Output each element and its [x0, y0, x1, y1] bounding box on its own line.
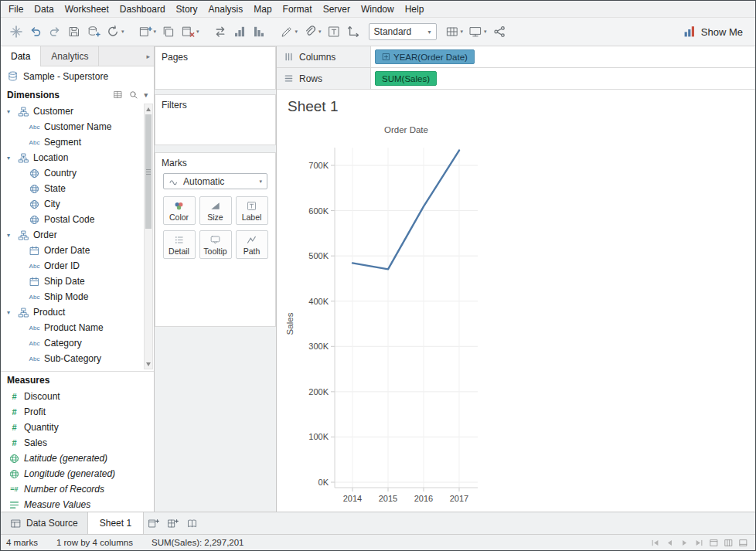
share-workbook-button[interactable]: [490, 21, 509, 43]
show-tabs-button[interactable]: [707, 536, 720, 549]
first-sheet-button[interactable]: [648, 536, 662, 549]
add-datasource-button[interactable]: [84, 21, 103, 43]
duplicate-sheet-button[interactable]: [159, 21, 178, 43]
cell-size-button[interactable]: ▾: [443, 21, 466, 43]
marks-tooltip-button[interactable]: Tooltip: [199, 230, 232, 259]
chart-canvas[interactable]: Order DateSales0K100K200K300K400K500K600…: [277, 90, 756, 513]
show-me-button[interactable]: Show Me: [676, 22, 749, 42]
tableau-logo-button[interactable]: [7, 21, 26, 43]
scroll-up-button[interactable]: [145, 104, 152, 114]
expand-caret-icon[interactable]: ▾: [7, 309, 16, 316]
menu-story[interactable]: Story: [171, 2, 203, 16]
menu-analysis[interactable]: Analysis: [203, 2, 249, 16]
measure-sales[interactable]: #Sales: [1, 435, 154, 451]
dimension-order[interactable]: ▾Order: [1, 227, 154, 243]
dimension-city[interactable]: City: [1, 196, 154, 212]
menu-file[interactable]: File: [3, 2, 29, 16]
search-icon[interactable]: [128, 90, 138, 100]
marks-size-button[interactable]: Size: [199, 196, 232, 225]
marks-path-button[interactable]: Path: [236, 230, 268, 259]
pane-expand-icon[interactable]: ▸: [146, 53, 150, 60]
dimension-category[interactable]: AbcCategory: [1, 335, 154, 351]
measure-quantity[interactable]: #Quantity: [1, 420, 154, 435]
dimension-ship-date[interactable]: Ship Date: [1, 274, 154, 289]
expand-caret-icon[interactable]: ▾: [7, 155, 16, 162]
pill-year-order-date[interactable]: YEAR(Order Date): [375, 49, 475, 64]
dimension-segment[interactable]: AbcSegment: [1, 134, 154, 150]
measure-number-of-records[interactable]: =#Number of Records: [1, 481, 154, 497]
fix-axes-button[interactable]: [344, 21, 363, 43]
dimension-customer[interactable]: ▾Customer: [1, 104, 154, 119]
pages-shelf[interactable]: Pages: [155, 46, 276, 90]
save-button[interactable]: [65, 21, 83, 43]
refresh-datasource-button[interactable]: ▾: [104, 21, 127, 43]
swap-axes-button[interactable]: [211, 21, 230, 43]
new-dashboard-tab-button[interactable]: [163, 512, 182, 534]
menu-format[interactable]: Format: [278, 2, 318, 16]
sort-descending-button[interactable]: [250, 21, 268, 43]
dimension-country[interactable]: Country: [1, 165, 154, 181]
new-story-tab-button[interactable]: [182, 512, 202, 534]
menu-map[interactable]: Map: [248, 2, 277, 16]
expand-caret-icon[interactable]: ▾: [7, 108, 16, 115]
new-worksheet-tab-button[interactable]: [144, 512, 163, 534]
tab-sheet-1[interactable]: Sheet 1: [88, 512, 144, 534]
dimension-order-id[interactable]: AbcOrder ID: [1, 258, 154, 274]
show-filmstrip-button[interactable]: [721, 536, 735, 549]
marks-detail-button[interactable]: Detail: [163, 230, 196, 259]
fit-mode-select[interactable]: Standard ▾: [369, 23, 437, 40]
previous-sheet-button[interactable]: [662, 536, 676, 549]
dimension-state[interactable]: State: [1, 181, 154, 196]
highlight-button[interactable]: ▾: [278, 21, 301, 43]
tab-analytics[interactable]: Analytics: [41, 46, 99, 66]
menu-window[interactable]: Window: [356, 2, 400, 16]
dimension-product[interactable]: ▾Product: [1, 304, 154, 320]
undo-button[interactable]: [26, 21, 45, 43]
dimension-location[interactable]: ▾Location: [1, 150, 154, 165]
measure-measure-values[interactable]: Measure Values: [1, 497, 154, 512]
new-worksheet-button[interactable]: ▾: [136, 21, 159, 43]
menu-data[interactable]: Data: [29, 2, 59, 16]
dimension-postal-code[interactable]: Postal Code: [1, 212, 154, 227]
measure-profit[interactable]: #Profit: [1, 404, 154, 420]
expand-caret-icon[interactable]: ▾: [7, 232, 16, 239]
next-sheet-button[interactable]: [677, 536, 691, 549]
rows-shelf[interactable]: Rows SUM(Sales): [277, 68, 755, 90]
dimension-order-date[interactable]: Order Date: [1, 243, 154, 258]
scroll-down-button[interactable]: [145, 359, 152, 369]
pill-sum-sales[interactable]: SUM(Sales): [375, 71, 437, 86]
view-data-grid-icon[interactable]: [113, 90, 123, 100]
tab-data-source[interactable]: Data Source: [1, 512, 88, 534]
show-mark-labels-button[interactable]: [325, 21, 343, 43]
dimension-customer-name[interactable]: AbcCustomer Name: [1, 119, 154, 134]
menu-help[interactable]: Help: [400, 2, 430, 16]
menu-server[interactable]: Server: [318, 2, 356, 16]
drill-down-icon[interactable]: [382, 53, 390, 61]
clear-sheet-button[interactable]: ▾: [179, 21, 202, 43]
dimension-product-name[interactable]: AbcProduct Name: [1, 320, 154, 335]
scrollbar-thumb[interactable]: [145, 114, 152, 229]
last-sheet-button[interactable]: [692, 536, 706, 549]
measure-discount[interactable]: #Discount: [1, 389, 154, 404]
presentation-mode-button[interactable]: ▾: [466, 21, 489, 43]
menu-dashboard[interactable]: Dashboard: [114, 2, 171, 16]
dimension-sub-category[interactable]: AbcSub-Category: [1, 351, 154, 366]
menu-worksheet[interactable]: Worksheet: [60, 2, 114, 16]
marks-label-button[interactable]: Label: [236, 196, 268, 225]
tab-data[interactable]: Data: [1, 46, 41, 66]
marks-color-button[interactable]: Color: [163, 196, 196, 225]
toolbar-right-group: ▾▾: [443, 18, 509, 46]
mark-type-select[interactable]: Automatic ▾: [163, 173, 267, 189]
measure-longitude-generated[interactable]: Longitude (generated): [1, 466, 154, 481]
dimensions-menu-icon[interactable]: ▾: [144, 91, 148, 99]
filters-shelf[interactable]: Filters: [155, 94, 276, 145]
group-members-button[interactable]: ▾: [301, 21, 324, 43]
columns-shelf[interactable]: Columns YEAR(Order Date): [277, 46, 755, 68]
datasource-item[interactable]: Sample - Superstore: [1, 66, 154, 86]
show-sheet-sorter-button[interactable]: [736, 536, 750, 549]
dimensions-scrollbar[interactable]: [144, 104, 153, 369]
redo-button[interactable]: [46, 21, 64, 43]
measure-latitude-generated[interactable]: Latitude (generated): [1, 451, 154, 466]
sort-ascending-button[interactable]: [230, 21, 249, 43]
dimension-ship-mode[interactable]: AbcShip Mode: [1, 289, 154, 304]
